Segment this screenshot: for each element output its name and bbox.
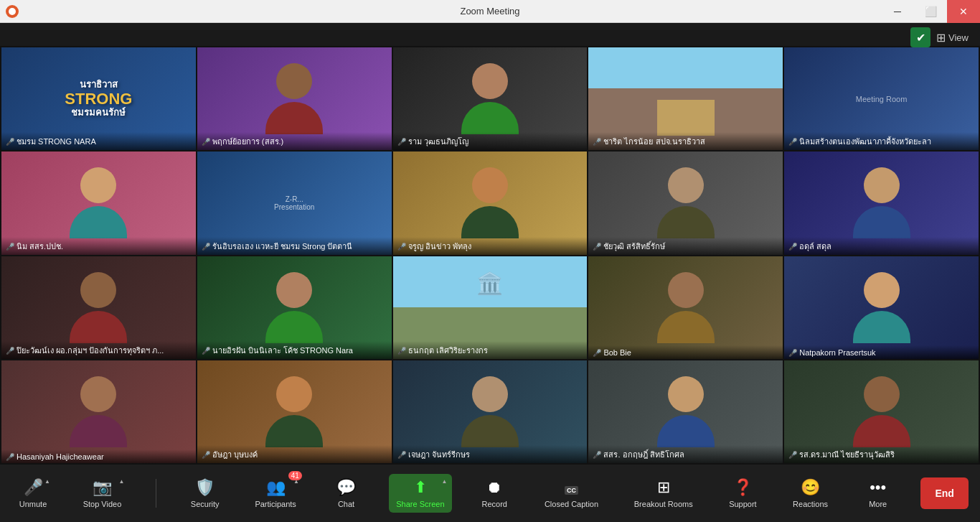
support-button[interactable]: ❓ Support xyxy=(721,474,764,513)
chat-label: Chat xyxy=(338,500,354,508)
video-cell[interactable]: 🎤อดุล์ สดุล xyxy=(784,152,979,254)
participant-name: 🎤นิลมสร้างตนเองพัฒนาภาคี้จังหวัดยะลา xyxy=(784,132,979,150)
video-cell[interactable]: 🎤อัษฎา บุษบงค์ xyxy=(197,360,392,463)
share-screen-label: Share Screen xyxy=(396,500,444,508)
share-screen-button[interactable]: ▲ ⬆ Share Screen xyxy=(389,474,451,513)
video-cell[interactable]: 🎤Natpakorn Prasertsuk xyxy=(784,256,979,359)
unmute-button[interactable]: ▲ 🎤 Unmute xyxy=(11,474,55,513)
participant-name: 🎤จรูญ อินข่าว พัทลุง xyxy=(393,237,588,255)
participant-name: 🎤ชาริต ไกรน้อย สปจ.นราธิวาส xyxy=(588,132,783,150)
record-button[interactable]: ⏺ Record xyxy=(473,474,516,513)
participant-name: 🎤อดุล์ สดุล xyxy=(784,237,979,255)
participant-name: 🎤Hasaniyah Hajicheawear xyxy=(1,449,196,463)
mic-muted-icon: 🎤 xyxy=(397,243,406,251)
minimize-button[interactable]: ─ xyxy=(881,0,914,23)
end-button[interactable]: End xyxy=(920,477,968,509)
video-cell[interactable]: 🎤พฤกษ์ย้อยการ (สสร.) xyxy=(197,47,392,150)
grid-icon: ⊞ xyxy=(936,31,946,45)
record-label: Record xyxy=(481,500,507,508)
more-button[interactable]: ••• More xyxy=(857,474,900,513)
video-cell[interactable]: 🎤ชัยวุฒิ สร้สิทธิ์รักษ์ xyxy=(588,152,783,254)
mic-muted-icon: 🎤 xyxy=(593,243,601,251)
video-cell[interactable]: 🎤Hasaniyah Hajicheawear xyxy=(1,360,196,463)
video-cell[interactable]: 🏛️ 🎤ธนกฤต เลิศวิริยะรางกร xyxy=(393,256,588,359)
record-icon: ⏺ xyxy=(486,478,502,497)
participant-name: 🎤ชมรม STRONG NARA xyxy=(1,132,196,150)
breakout-rooms-button[interactable]: ⊞ Breakout Rooms xyxy=(627,474,700,513)
mic-muted-icon: 🎤 xyxy=(397,138,406,146)
participant-name: 🎤ราม วุฒธนภิญโญ xyxy=(393,132,588,150)
stop-video-label: Stop Video xyxy=(83,500,122,508)
stop-video-button[interactable]: ▲ 📷 Stop Video xyxy=(76,474,129,513)
security-icon: 🛡️ xyxy=(195,478,215,497)
chevron-up-icon[interactable]: ▲ xyxy=(442,478,448,485)
closed-caption-button[interactable]: CC Closed Caption xyxy=(537,474,606,513)
video-cell[interactable]: Z-R...Presentation 🎤รันอิบรอเฮง แวหะยี ช… xyxy=(197,152,392,254)
participant-name: 🎤รส.ดร.มาณี ไชยธีรานุวัฒสิริ xyxy=(784,445,979,463)
title-bar-left xyxy=(0,5,19,18)
video-cell[interactable]: 🎤จรูญ อินข่าว พัทลุง xyxy=(393,152,588,254)
participant-name: 🎤พฤกษ์ย้อยการ (สสร.) xyxy=(197,132,392,150)
cc-icon: CC xyxy=(565,478,578,497)
video-cell[interactable]: 🎤นิม สสร.ปปช. xyxy=(1,152,196,254)
mic-muted-icon: 🎤 xyxy=(6,138,14,146)
mic-muted-icon: 🎤 xyxy=(202,138,210,146)
share-screen-icon: ⬆ xyxy=(414,478,427,497)
participant-name: 🎤ชัยวุฒิ สร้สิทธิ์รักษ์ xyxy=(588,237,783,255)
close-button[interactable]: ✕ xyxy=(947,0,980,23)
mic-muted-icon: 🎤 xyxy=(202,243,210,251)
mic-muted-icon: 🎤 xyxy=(593,138,601,146)
chat-icon: 💬 xyxy=(336,478,356,497)
video-cell[interactable]: Meeting Room 🎤นิลมสร้างตนเองพัฒนาภาคี้จั… xyxy=(784,47,979,150)
participant-name: 🎤ปิยะวัฒน์เง ผอ.กลุ่มฯ ป้องกันการทุจริตฯ… xyxy=(1,341,196,359)
mic-muted-icon: 🎤 xyxy=(6,243,14,251)
participant-name: 🎤รันอิบรอเฮง แวหะยี ชมรม Strong ปัตตานี xyxy=(197,237,392,255)
mic-muted-icon: 🎤 xyxy=(202,451,210,459)
security-label: Security xyxy=(191,500,220,508)
app-icon xyxy=(6,5,19,18)
security-button[interactable]: 🛡️ Security xyxy=(184,474,227,513)
support-icon: ❓ xyxy=(733,478,753,497)
video-cell[interactable]: 🎤ชาริต ไกรน้อย สปจ.นราธิวาส xyxy=(588,47,783,150)
video-cell[interactable]: 🎤เจษฎา จันทร์รีกษร xyxy=(393,360,588,463)
reactions-icon: 😊 xyxy=(801,478,820,497)
video-cell[interactable]: 🎤Bob Bie xyxy=(588,256,783,359)
shield-badge: ✔ xyxy=(910,27,930,47)
participant-name: 🎤อัษฎา บุษบงค์ xyxy=(197,445,392,463)
unmute-label: Unmute xyxy=(19,500,47,508)
chat-button[interactable]: 💬 Chat xyxy=(325,474,368,513)
video-cell[interactable]: 🎤ปิยะวัฒน์เง ผอ.กลุ่มฯ ป้องกันการทุจริตฯ… xyxy=(1,256,196,359)
chevron-up-icon[interactable]: ▲ xyxy=(44,478,50,485)
reactions-button[interactable]: 😊 Reactions xyxy=(786,474,835,513)
participant-name: 🎤นิม สสร.ปปช. xyxy=(1,237,196,255)
bottom-toolbar: ▲ 🎤 Unmute ▲ 📷 Stop Video 🛡️ Security ▲ … xyxy=(0,465,980,522)
mic-muted-icon: 🎤 xyxy=(593,349,601,357)
reactions-label: Reactions xyxy=(793,500,828,508)
participants-icon: 👥 xyxy=(266,478,286,497)
participants-count: 41 xyxy=(288,471,302,480)
maximize-button[interactable]: ⬜ xyxy=(914,0,947,23)
mic-muted-icon: 🎤 xyxy=(6,453,14,461)
closed-caption-label: Closed Caption xyxy=(545,500,598,508)
video-cell[interactable]: 🎤นายอิรฝัน บินนิเลาะ โค้ช STRONG Nara xyxy=(197,256,392,359)
mic-muted-icon: 🎤 xyxy=(788,349,797,357)
window-title: Zoom Meeting xyxy=(460,6,519,17)
mic-muted-icon: 🎤 xyxy=(788,451,797,459)
chevron-up-icon[interactable]: ▲ xyxy=(118,478,124,485)
video-cell[interactable]: 🎤ราม วุฒธนภิญโญ xyxy=(393,47,588,150)
mic-muted-icon: 🎤 xyxy=(593,451,601,459)
participants-button[interactable]: ▲ 👥 Participants 41 xyxy=(248,474,303,513)
title-bar: Zoom Meeting ─ ⬜ ✕ xyxy=(0,0,980,23)
video-cell[interactable]: 🎤รส.ดร.มาณี ไชยธีรานุวัฒสิริ xyxy=(784,360,979,463)
top-toolbar: ✔ ⊞ View xyxy=(910,23,969,52)
participant-name: 🎤ธนกฤต เลิศวิริยะรางกร xyxy=(393,341,588,359)
video-cell[interactable]: นราธิวาส STRONG ชมรมคนรักษ์ 🎤ชมรม STRONG… xyxy=(1,47,196,150)
participants-label: Participants xyxy=(255,500,296,508)
window-controls: ─ ⬜ ✕ xyxy=(881,0,980,23)
mic-muted-icon: 🎤 xyxy=(202,347,210,355)
view-button[interactable]: ⊞ View xyxy=(936,31,969,45)
video-cell[interactable]: 🎤สสร. อกฤษฎิ์ สิทธิโกศล xyxy=(588,360,783,463)
divider xyxy=(156,479,156,508)
mic-muted-icon: 🎤 xyxy=(397,451,406,459)
participant-name: 🎤Natpakorn Prasertsuk xyxy=(784,345,979,359)
